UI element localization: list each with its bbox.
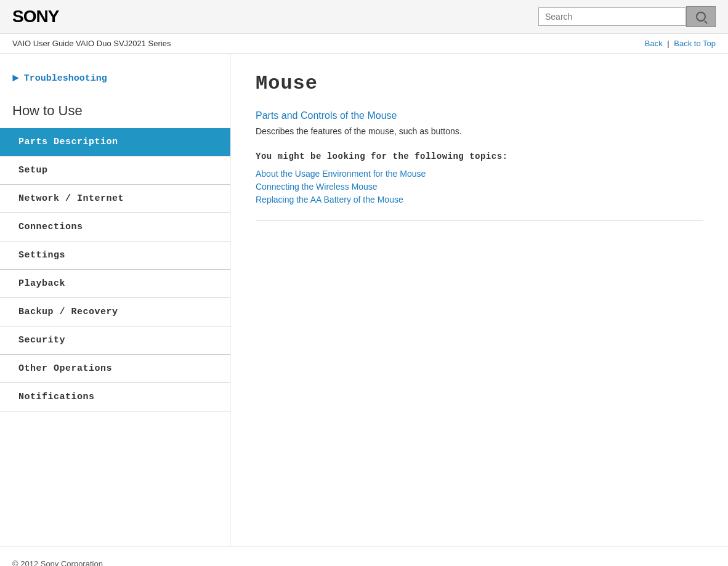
back-link[interactable]: Back [645, 39, 663, 48]
troubleshooting-link[interactable]: ► Troubleshooting [0, 66, 230, 91]
sidebar-item-network-internet[interactable]: Network / Internet [0, 185, 230, 213]
related-links-list: About the Usage Environment for the Mous… [256, 169, 703, 204]
breadcrumb-bar: VAIO User Guide VAIO Duo SVJ2021 Series … [0, 34, 728, 54]
section-link[interactable]: Parts and Controls of the Mouse [256, 110, 703, 121]
back-to-top-link[interactable]: Back to Top [674, 39, 716, 48]
troubleshooting-label: Troubleshooting [24, 73, 107, 84]
how-to-use-heading: How to Use [0, 97, 230, 128]
sidebar-item-settings[interactable]: Settings [0, 241, 230, 270]
content-divider [256, 220, 703, 220]
related-link-2[interactable]: Replacing the AA Battery of the Mouse [256, 195, 703, 204]
related-topics-label: You might be looking for the following t… [256, 152, 703, 161]
sidebar-item-setup[interactable]: Setup [0, 156, 230, 185]
search-area [538, 6, 716, 27]
main-layout: ► Troubleshooting How to Use Parts Descr… [0, 54, 728, 546]
sidebar-items: Parts DescriptionSetupNetwork / Internet… [0, 128, 230, 411]
page-title: Mouse [256, 72, 703, 95]
sidebar-item-playback[interactable]: Playback [0, 270, 230, 298]
chevron-right-icon: ► [12, 72, 19, 84]
sony-logo: SONY [12, 7, 59, 26]
related-link-1[interactable]: Connecting the Wireless Mouse [256, 182, 703, 192]
breadcrumb: VAIO User Guide VAIO Duo SVJ2021 Series [12, 39, 171, 48]
copyright: © 2012 Sony Corporation [12, 559, 103, 566]
header: SONY [0, 0, 728, 34]
related-link-0[interactable]: About the Usage Environment for the Mous… [256, 169, 703, 179]
search-button[interactable] [686, 6, 716, 27]
sidebar-item-security[interactable]: Security [0, 326, 230, 355]
search-icon [696, 12, 706, 22]
sidebar-item-notifications[interactable]: Notifications [0, 383, 230, 411]
section-description: Describes the features of the mouse, suc… [256, 126, 703, 136]
sidebar-item-backup-recovery[interactable]: Backup / Recovery [0, 298, 230, 326]
nav-separator: | [667, 39, 669, 48]
sidebar-item-connections[interactable]: Connections [0, 213, 230, 241]
sidebar-item-other-operations[interactable]: Other Operations [0, 355, 230, 383]
search-input[interactable] [538, 7, 686, 26]
sidebar: ► Troubleshooting How to Use Parts Descr… [0, 54, 231, 546]
sidebar-item-parts-description[interactable]: Parts Description [0, 128, 230, 156]
content-area: Mouse Parts and Controls of the Mouse De… [231, 54, 728, 546]
nav-links: Back | Back to Top [645, 39, 716, 48]
footer: © 2012 Sony Corporation [0, 546, 728, 566]
